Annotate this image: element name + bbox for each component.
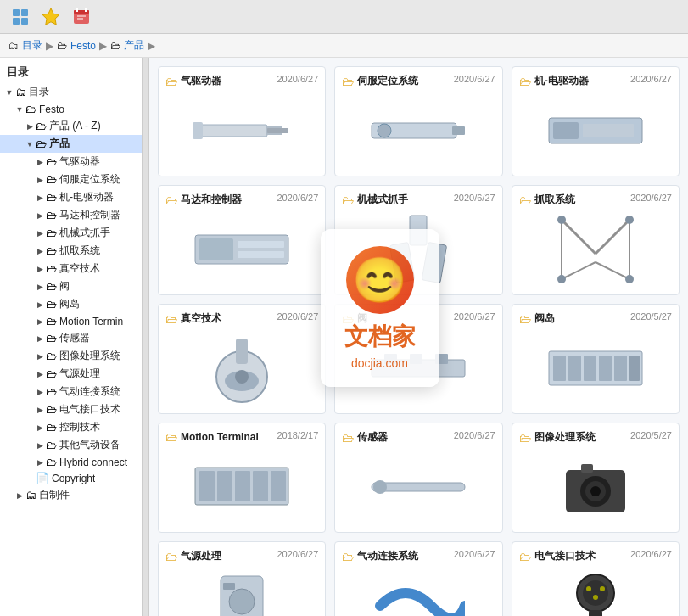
folder-icon-capture-system: 🗁 — [519, 193, 531, 207]
svg-rect-47 — [553, 356, 566, 381]
sidebar-item-products[interactable]: ▼🗁产品 — [0, 135, 142, 153]
card-title-mechanical-gripper: 机械式抓手 — [357, 193, 408, 207]
breadcrumb: 🗂 目录 ▶ 🗁 Festo ▶ 🗁 产品 ▶ — [0, 34, 688, 58]
sidebar-item-elec-interface[interactable]: ▶🗁电气接口技术 — [0, 400, 142, 418]
tree-label-products: 产品 — [49, 137, 70, 151]
card-date-servo-positioning: 2020/6/27 — [454, 74, 495, 84]
sidebar-item-other-actuator[interactable]: ▶🗁其他气动设备 — [0, 436, 142, 454]
tree-label-motor: 马达和控制器 — [59, 208, 120, 222]
tree-icon-root: 🗂 — [15, 86, 26, 98]
sidebar-item-image[interactable]: ▶🗁图像处理系统 — [0, 347, 142, 365]
card-image-processing[interactable]: 🗁图像处理系统2020/5/27 — [512, 423, 680, 533]
sidebar-item-capture[interactable]: ▶🗁抓取系统 — [0, 242, 142, 260]
favorites-toolbar-btn[interactable] — [37, 3, 64, 31]
svg-point-67 — [229, 589, 255, 614]
tree-container: ▼🗂目录▼🗁Festo▶🗁产品 (A - Z)▼🗁产品▶🗁气驱动器▶🗁伺服定位系… — [0, 83, 142, 504]
sidebar-title: 目录 — [0, 61, 142, 83]
card-mechanical-gripper[interactable]: 🗁机械式抓手2020/6/27 — [334, 185, 502, 295]
tree-label-valve: 阀 — [59, 279, 70, 294]
svg-point-36 — [557, 275, 566, 283]
tree-arrow-control-tech: ▶ — [34, 423, 46, 432]
sidebar-item-products-az[interactable]: ▶🗁产品 (A - Z) — [0, 117, 142, 135]
card-valve-island[interactable]: 🗁阀岛2020/5/27 — [512, 304, 680, 414]
sidebar-item-motion-terminal[interactable]: ▶🗁Motion Termin — [0, 313, 142, 329]
tree-icon-gripper: 🗁 — [46, 227, 57, 239]
sidebar-item-festo[interactable]: ▼🗁Festo — [0, 101, 142, 117]
sidebar-item-valve[interactable]: ▶🗁阀 — [0, 277, 142, 295]
svg-point-37 — [625, 275, 634, 283]
tree-icon-pneumatic: 🗁 — [46, 155, 57, 168]
breadcrumb-item-catalog[interactable]: 目录 — [22, 38, 42, 53]
svg-rect-16 — [452, 126, 465, 135]
catalog-toolbar-btn[interactable] — [7, 3, 34, 31]
sidebar-item-motor[interactable]: ▶🗁马达和控制器 — [0, 206, 142, 224]
tree-icon-motion-terminal: 🗁 — [46, 315, 57, 328]
card-motor-controller[interactable]: 🗁马达和控制器2020/6/27 — [158, 185, 326, 295]
tree-label-motion-terminal: Motion Termin — [59, 316, 123, 328]
folder-icon-vacuum-tech: 🗁 — [165, 312, 177, 326]
sidebar-item-custom[interactable]: ▶🗂自制件 — [0, 486, 142, 504]
tree-arrow-other-actuator: ▶ — [34, 441, 46, 450]
card-pneumatic-drives[interactable]: 🗁气驱动器2020/6/27 — [158, 66, 326, 176]
breadcrumb-item-products[interactable]: 产品 — [124, 38, 144, 53]
card-servo-positioning[interactable]: 🗁伺服定位系统2020/6/27 — [334, 66, 502, 176]
content-area: 🗁气驱动器2020/6/27🗁伺服定位系统2020/6/27🗁机-电驱动器202… — [149, 58, 688, 616]
tree-arrow-festo: ▼ — [14, 105, 25, 114]
folder-icon-motion-terminal: 🗁 — [165, 430, 177, 444]
tree-label-products-az: 产品 (A - Z) — [49, 119, 101, 133]
svg-rect-56 — [235, 471, 250, 501]
sidebar-item-sensor[interactable]: ▶🗁传感器 — [0, 329, 142, 347]
folder-icon-pneumatic-conn: 🗁 — [342, 550, 354, 563]
tree-icon-elec-interface: 🗁 — [46, 403, 57, 416]
svg-rect-0 — [13, 9, 20, 16]
sidebar-item-electric[interactable]: ▶🗁机-电驱动器 — [0, 188, 142, 206]
tree-arrow-image: ▶ — [34, 352, 46, 361]
card-capture-system[interactable]: 🗁抓取系统2020/6/27 — [512, 185, 680, 295]
card-electric-drives[interactable]: 🗁机-电驱动器2020/6/27 — [512, 66, 680, 176]
breadcrumb-folder-icon-2: 🗁 — [57, 40, 67, 52]
svg-rect-19 — [553, 122, 579, 139]
tree-label-custom: 自制件 — [39, 488, 70, 502]
sidebar-item-pneumatic-conn[interactable]: ▶🗁气动连接系统 — [0, 383, 142, 400]
sidebar-item-air-supply[interactable]: ▶🗁气源处理 — [0, 365, 142, 383]
card-title-pneumatic-conn: 气动连接系统 — [357, 549, 418, 563]
sidebar-item-hybrid[interactable]: ▶🗁Hybrid connect — [0, 454, 142, 470]
sidebar: 目录 ▼🗂目录▼🗁Festo▶🗁产品 (A - Z)▼🗁产品▶🗁气驱动器▶🗁伺服… — [0, 58, 143, 616]
sidebar-item-valve-island[interactable]: ▶🗁阀岛 — [0, 295, 142, 313]
sidebar-item-pneumatic[interactable]: ▶🗁气驱动器 — [0, 153, 142, 171]
tree-label-root: 目录 — [29, 85, 49, 99]
sidebar-item-gripper[interactable]: ▶🗁机械式抓手 — [0, 224, 142, 242]
tree-arrow-root: ▼ — [3, 88, 15, 97]
tree-arrow-products: ▼ — [24, 140, 36, 148]
history-toolbar-btn[interactable] — [68, 3, 95, 31]
svg-rect-14 — [267, 128, 288, 133]
tree-arrow-motor: ▶ — [34, 211, 46, 220]
card-vacuum-tech[interactable]: 🗁真空技术2020/6/27 — [158, 304, 326, 414]
breadcrumb-item-festo[interactable]: Festo — [70, 40, 96, 52]
card-date-valve-island: 2020/5/27 — [630, 311, 672, 322]
tree-icon-servo: 🗁 — [46, 173, 57, 186]
card-valve[interactable]: 🗁阀2020/6/27 — [334, 304, 502, 414]
card-date-vacuum-tech: 2020/6/27 — [277, 311, 318, 322]
tree-arrow-elec-interface: ▶ — [34, 406, 46, 414]
card-image-pneumatic-conn — [342, 567, 495, 616]
card-motion-terminal[interactable]: 🗁Motion Terminal2018/2/17 — [158, 423, 326, 533]
svg-point-41 — [235, 370, 249, 384]
svg-rect-40 — [236, 339, 248, 364]
resize-handle[interactable] — [143, 58, 149, 616]
sidebar-item-servo[interactable]: ▶🗁伺服定位系统 — [0, 171, 142, 188]
sidebar-item-root[interactable]: ▼🗂目录 — [0, 83, 142, 101]
card-air-supply[interactable]: 🗁气源处理2020/6/27 — [158, 541, 326, 616]
tree-icon-capture: 🗁 — [46, 244, 57, 257]
tree-arrow-hybrid: ▶ — [34, 458, 46, 467]
sidebar-item-vacuum[interactable]: ▶🗁真空技术 — [0, 260, 142, 277]
card-sensor[interactable]: 🗁传感器2020/6/27 — [334, 423, 502, 533]
sidebar-item-control-tech[interactable]: ▶🗁控制技术 — [0, 418, 142, 436]
svg-point-72 — [583, 580, 608, 606]
card-pneumatic-conn[interactable]: 🗁气动连接系统2020/6/27 — [334, 541, 502, 616]
card-elec-interface[interactable]: 🗁电气接口技术2020/6/27 — [512, 541, 680, 616]
tree-arrow-pneumatic: ▶ — [34, 158, 46, 166]
svg-rect-11 — [199, 125, 267, 137]
svg-rect-43 — [384, 354, 397, 364]
sidebar-item-copyright[interactable]: 📄Copyright — [0, 470, 142, 486]
